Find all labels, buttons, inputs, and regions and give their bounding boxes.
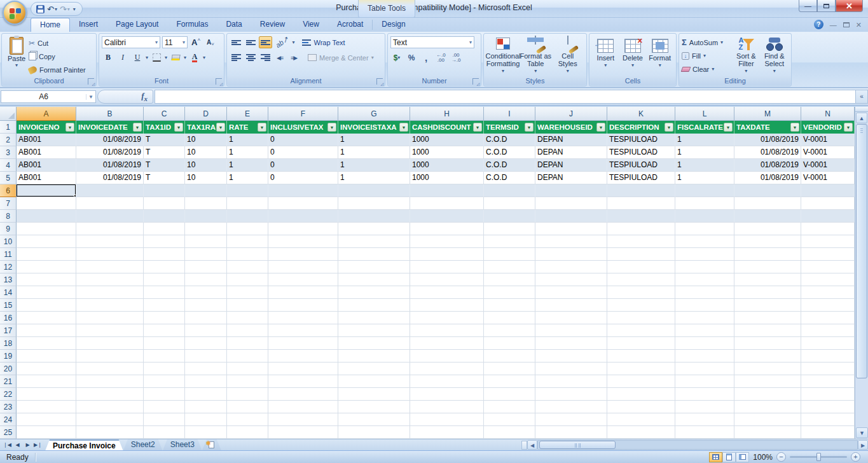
cell-C16[interactable]	[144, 312, 185, 324]
autosum-button[interactable]: Σ AutoSum▾	[682, 37, 732, 48]
cell-A24[interactable]	[17, 413, 76, 426]
cell-F15[interactable]	[268, 299, 338, 312]
cell-D16[interactable]	[185, 312, 227, 324]
cell-N9[interactable]	[801, 223, 855, 235]
percent-style-button[interactable]: %	[405, 52, 418, 64]
table-header-cell-J1[interactable]: WAREHOUSEID▼	[535, 121, 607, 134]
zoom-slider[interactable]	[790, 456, 847, 458]
cell-A13[interactable]	[17, 273, 76, 286]
cell-C21[interactable]	[144, 375, 185, 388]
vertical-scrollbar[interactable]: ▲ ▼	[855, 107, 868, 439]
cell-I19[interactable]	[484, 350, 535, 363]
cell-B21[interactable]	[76, 375, 144, 388]
column-header-C[interactable]: C	[144, 107, 185, 121]
cell-E22[interactable]	[227, 388, 268, 401]
cell-L3[interactable]: 1	[675, 146, 734, 159]
cell-B20[interactable]	[76, 363, 144, 375]
table-header-cell-F1[interactable]: INCLUSIVETAX▼	[268, 121, 338, 134]
cell-F7[interactable]	[268, 197, 338, 210]
cell-K4[interactable]: TESPIULOAD	[607, 159, 675, 172]
cell-A11[interactable]	[17, 248, 76, 261]
bottom-align-button[interactable]	[259, 36, 272, 48]
cell-A19[interactable]	[17, 350, 76, 363]
orientation-button[interactable]: ab↗	[273, 36, 291, 48]
cell-G8[interactable]	[338, 210, 410, 223]
cell-L15[interactable]	[675, 299, 734, 312]
cell-D25[interactable]	[185, 426, 227, 439]
cell-E19[interactable]	[227, 350, 268, 363]
sheet-tab-sheet2[interactable]: Sheet2	[123, 439, 163, 451]
cell-J15[interactable]	[535, 299, 607, 312]
filter-dropdown-icon[interactable]: ▼	[844, 123, 853, 132]
cell-L10[interactable]	[675, 235, 734, 248]
table-header-cell-H1[interactable]: CASHDISCOUNT▼	[410, 121, 484, 134]
bold-button[interactable]: B	[102, 52, 114, 64]
sheet-tab-purchase-invoice[interactable]: Purchase Invoice	[45, 439, 123, 451]
cell-I9[interactable]	[484, 223, 535, 235]
cell-G19[interactable]	[338, 350, 410, 363]
row-header-9[interactable]: 9	[0, 223, 17, 235]
row-header-2[interactable]: 2	[0, 134, 17, 146]
zoom-in-button[interactable]: +	[851, 452, 860, 462]
cell-M13[interactable]	[734, 273, 801, 286]
cell-F13[interactable]	[268, 273, 338, 286]
cell-E23[interactable]	[227, 401, 268, 413]
cell-G11[interactable]	[338, 248, 410, 261]
expand-formula-bar-button[interactable]: «	[855, 90, 868, 104]
clipboard-dialog-launcher[interactable]	[88, 78, 94, 85]
cell-B16[interactable]	[76, 312, 144, 324]
column-header-M[interactable]: M	[734, 107, 801, 121]
cell-F3[interactable]: 0	[268, 146, 338, 159]
scroll-down-button[interactable]: ▼	[856, 427, 868, 438]
cell-H21[interactable]	[410, 375, 484, 388]
minimize-button[interactable]: —	[799, 0, 817, 12]
cell-I15[interactable]	[484, 299, 535, 312]
cell-E24[interactable]	[227, 413, 268, 426]
cell-J9[interactable]	[535, 223, 607, 235]
cell-D23[interactable]	[185, 401, 227, 413]
cell-L18[interactable]	[675, 337, 734, 350]
cell-K24[interactable]	[607, 413, 675, 426]
cell-L20[interactable]	[675, 363, 734, 375]
accounting-format-button[interactable]: $▾	[390, 52, 403, 64]
cell-B4[interactable]: 01/08/2019	[76, 159, 144, 172]
font-name-combo[interactable]: Calibri▾	[102, 36, 160, 48]
cell-A18[interactable]	[17, 337, 76, 350]
filter-dropdown-icon[interactable]: ▼	[327, 123, 336, 132]
cell-B15[interactable]	[76, 299, 144, 312]
tab-data[interactable]: Data	[217, 18, 251, 32]
cell-J18[interactable]	[535, 337, 607, 350]
cell-H22[interactable]	[410, 388, 484, 401]
normal-view-button[interactable]	[709, 452, 722, 462]
cell-J5[interactable]: DEPAN	[535, 172, 607, 184]
cell-K7[interactable]	[607, 197, 675, 210]
column-header-B[interactable]: B	[76, 107, 144, 121]
row-header-19[interactable]: 19	[0, 350, 17, 363]
cell-A22[interactable]	[17, 388, 76, 401]
cell-C18[interactable]	[144, 337, 185, 350]
cell-D6[interactable]	[185, 184, 227, 197]
cell-H17[interactable]	[410, 324, 484, 337]
row-header-23[interactable]: 23	[0, 401, 17, 413]
cell-L4[interactable]: 1	[675, 159, 734, 172]
conditional-formatting-button[interactable]: Conditional Formatting▾	[486, 36, 520, 75]
cell-A17[interactable]	[17, 324, 76, 337]
cell-G5[interactable]: 1	[338, 172, 410, 184]
cell-G15[interactable]	[338, 299, 410, 312]
number-dialog-launcher[interactable]	[472, 78, 479, 85]
column-header-N[interactable]: N	[801, 107, 855, 121]
cell-L17[interactable]	[675, 324, 734, 337]
cell-C2[interactable]: T	[144, 134, 185, 146]
cell-L8[interactable]	[675, 210, 734, 223]
cell-C9[interactable]	[144, 223, 185, 235]
cell-I7[interactable]	[484, 197, 535, 210]
cell-D12[interactable]	[185, 261, 227, 273]
table-header-cell-D1[interactable]: TAX1RA▼	[185, 121, 227, 134]
cell-I24[interactable]	[484, 413, 535, 426]
cell-E3[interactable]: 1	[227, 146, 268, 159]
cell-B17[interactable]	[76, 324, 144, 337]
cell-K11[interactable]	[607, 248, 675, 261]
cell-L22[interactable]	[675, 388, 734, 401]
cell-I25[interactable]	[484, 426, 535, 439]
insert-worksheet-button[interactable]: ✱	[202, 439, 221, 450]
